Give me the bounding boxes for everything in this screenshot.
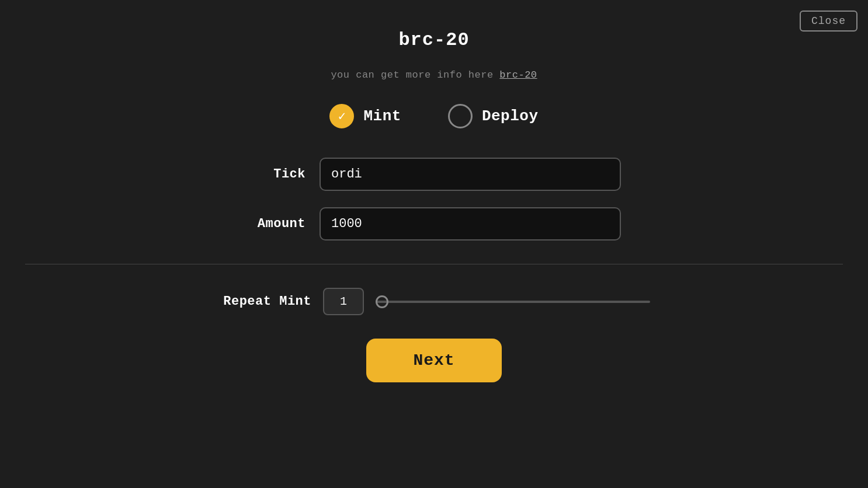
- radio-group: Mint Deploy: [329, 104, 538, 128]
- radio-option-mint[interactable]: Mint: [329, 104, 401, 128]
- amount-row: Amount: [247, 207, 621, 240]
- repeat-label: Repeat Mint: [218, 294, 311, 309]
- brc20-link[interactable]: brc-20: [499, 69, 537, 81]
- page-title: brc-20: [398, 29, 469, 51]
- main-container: brc-20 you can get more info here brc-20…: [0, 0, 868, 382]
- tick-row: Tick: [247, 158, 621, 191]
- mint-radio-circle[interactable]: [329, 104, 354, 128]
- mint-radio-label: Mint: [363, 107, 401, 125]
- amount-label: Amount: [247, 217, 305, 231]
- next-button[interactable]: Next: [366, 339, 501, 382]
- radio-option-deploy[interactable]: Deploy: [448, 104, 539, 128]
- divider: [25, 264, 843, 264]
- close-button[interactable]: Close: [800, 11, 857, 32]
- form-section: Tick Amount: [247, 158, 621, 240]
- repeat-row: Repeat Mint: [218, 288, 650, 315]
- repeat-input[interactable]: [323, 288, 364, 315]
- tick-label: Tick: [247, 167, 305, 182]
- slider-container: [376, 301, 650, 303]
- deploy-radio-label: Deploy: [482, 107, 539, 125]
- lower-section: Repeat Mint Next: [0, 288, 868, 382]
- amount-input[interactable]: [320, 207, 621, 240]
- info-text: you can get more info here brc-20: [331, 69, 537, 81]
- tick-input[interactable]: [320, 158, 621, 191]
- repeat-slider[interactable]: [376, 301, 650, 303]
- deploy-radio-circle[interactable]: [448, 104, 473, 128]
